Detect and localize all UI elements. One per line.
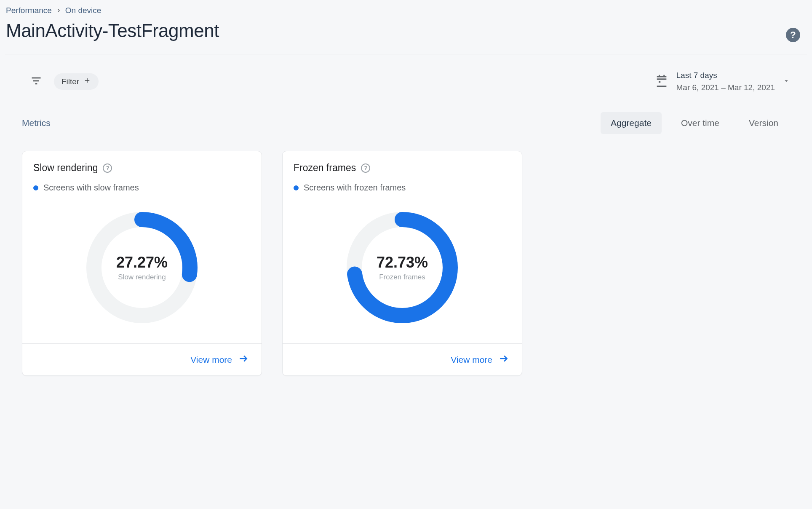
- breadcrumb: Performance On device: [5, 5, 807, 18]
- caret-down-icon: [783, 77, 790, 86]
- tab-version[interactable]: Version: [739, 112, 788, 134]
- breadcrumb-performance[interactable]: Performance: [6, 6, 52, 15]
- view-more-button[interactable]: View more: [451, 353, 509, 366]
- page-title: MainActivity-TestFragment: [6, 20, 807, 41]
- card-title: Slow rendering: [33, 162, 98, 174]
- breadcrumb-on-device[interactable]: On device: [65, 6, 102, 15]
- view-tabs: Aggregate Over time Version: [601, 112, 788, 134]
- donut-sublabel: Frozen frames: [379, 273, 425, 281]
- date-range-value: Mar 6, 2021 – Mar 12, 2021: [676, 82, 775, 94]
- donut-chart-frozen: 72.73% Frozen frames: [339, 204, 465, 331]
- legend-label: Screens with slow frames: [43, 183, 139, 193]
- view-more-button[interactable]: View more: [190, 353, 249, 366]
- card-slow-rendering: Slow rendering ? Screens with slow frame…: [22, 151, 262, 376]
- view-more-label: View more: [190, 355, 232, 365]
- date-range-label: Last 7 days: [676, 70, 775, 82]
- card-title: Frozen frames: [294, 162, 356, 174]
- help-outline-icon[interactable]: ?: [361, 163, 370, 173]
- help-outline-icon[interactable]: ?: [103, 163, 112, 173]
- view-more-label: View more: [451, 355, 492, 365]
- help-icon[interactable]: ?: [786, 28, 800, 42]
- section-metrics-label: Metrics: [22, 118, 51, 128]
- legend-label: Screens with frozen frames: [304, 183, 406, 193]
- donut-chart-slow: 27.27% Slow rendering: [79, 204, 205, 331]
- arrow-right-icon: [238, 353, 249, 366]
- donut-value: 27.27%: [116, 254, 168, 271]
- legend-dot-icon: [294, 185, 299, 190]
- donut-sublabel: Slow rendering: [118, 273, 166, 281]
- date-range-picker[interactable]: Last 7 days Mar 6, 2021 – Mar 12, 2021: [654, 70, 790, 94]
- calendar-icon: [654, 74, 669, 90]
- donut-value: 72.73%: [377, 254, 428, 271]
- filter-list-icon[interactable]: [30, 75, 42, 88]
- toolbar: Filter Last 7 days Mar 6, 2021 – Mar 12,…: [5, 70, 807, 94]
- card-frozen-frames: Frozen frames ? Screens with frozen fram…: [282, 151, 522, 376]
- arrow-right-icon: [498, 353, 509, 366]
- filter-chip-label: Filter: [61, 77, 79, 86]
- legend-dot-icon: [33, 185, 38, 190]
- tab-aggregate[interactable]: Aggregate: [601, 112, 662, 134]
- chevron-right-icon: [56, 6, 61, 15]
- add-filter-chip[interactable]: Filter: [54, 73, 99, 90]
- plus-icon: [83, 77, 91, 86]
- tab-over-time[interactable]: Over time: [671, 112, 729, 134]
- header-divider: [5, 54, 807, 54]
